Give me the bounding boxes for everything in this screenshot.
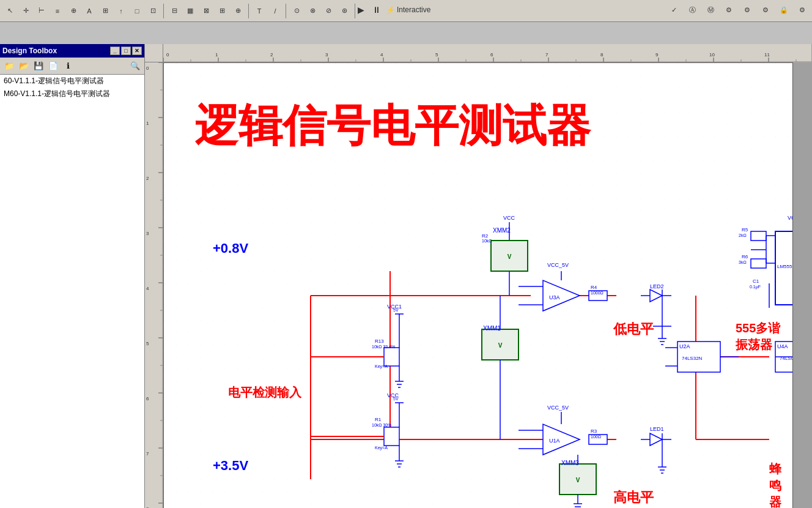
toolbar-misc7[interactable]: ⊛ [337, 4, 352, 18]
svg-text:3: 3 [146, 231, 149, 236]
vcc-5v-u1a: VCC_5V [547, 405, 569, 411]
svg-text:6: 6 [146, 396, 149, 402]
tb-open[interactable]: 📂 [17, 59, 31, 73]
svg-rect-156 [145, 62, 163, 508]
toolbar-move[interactable]: ✛ [18, 4, 33, 18]
tb-saveas[interactable]: 📄 [46, 59, 60, 73]
toolbar-junction[interactable]: ⊕ [66, 4, 81, 18]
vcc-u3a: VCC [503, 215, 515, 221]
pause-button[interactable]: ⏸ [371, 4, 383, 16]
svg-rect-42 [384, 348, 399, 366]
toolbar-misc4[interactable]: ⊞ [215, 4, 229, 18]
xmm1-label: XMM1 [483, 325, 501, 332]
ruler-top-ticks: // tick marks generated below 0 1 2 3 4 … [163, 44, 811, 62]
tb-folder[interactable]: 📁 [2, 59, 16, 73]
r13-val: 10kΩ 33.6% [372, 345, 395, 349]
r4-val: 1000Ω [591, 291, 603, 295]
toolbox-title: Design Toolbox [2, 47, 57, 55]
svg-text:4: 4 [146, 286, 149, 291]
svg-text:2: 2 [270, 52, 273, 58]
keya-r1: Key=A [375, 446, 388, 450]
toolbar-line[interactable]: / [268, 4, 282, 18]
lm555cm-label: LM555CM [777, 264, 793, 269]
settings-b-icon[interactable]: ⚙ [740, 2, 755, 17]
check-circle-icon[interactable]: ✓ [666, 2, 681, 17]
74ls08n-label: 74LS08N [780, 356, 793, 361]
svg-text:2: 2 [146, 176, 149, 181]
gear-icon[interactable]: ⚙ [795, 2, 810, 17]
svg-text:5: 5 [146, 341, 149, 346]
play-button[interactable]: ▶ [355, 4, 367, 16]
toolbox-item-1[interactable]: M60-V1.1.1-逻辑信号电平测试器 [0, 88, 144, 100]
toolbar-netflag[interactable]: ⊞ [98, 4, 113, 18]
5v-r1: 5V [393, 397, 399, 401]
svg-rect-43 [384, 427, 399, 446]
toolbar-comp[interactable]: □ [130, 4, 144, 18]
r5-val: 2kΩ [739, 233, 747, 237]
close-button[interactable]: ✕ [132, 47, 142, 55]
restore-button[interactable]: □ [121, 47, 131, 55]
u1a-label: U1A [549, 438, 560, 444]
svg-rect-46 [751, 231, 766, 241]
r2-val: 10kΩ [482, 239, 492, 243]
svg-text:11: 11 [764, 52, 770, 58]
toolbar-power[interactable]: ↑ [114, 4, 128, 18]
interactive-label: Interactive [397, 6, 430, 14]
toolbox-title-bar: Design Toolbox _ □ ✕ [0, 44, 144, 58]
svg-text:1: 1 [146, 121, 149, 126]
check-a-icon[interactable]: Ⓐ [685, 2, 699, 17]
toolbar-hier[interactable]: ⊡ [146, 4, 160, 18]
toolbar-label[interactable]: A [82, 4, 97, 18]
toolbar-select[interactable]: ↖ [2, 4, 17, 18]
tb-save[interactable]: 💾 [32, 59, 45, 73]
toolbox-list: 60-V1.1.1-逻辑信号电平测试器 M60-V1.1.1-逻辑信号电平测试器 [0, 75, 144, 508]
toolbar-misc3[interactable]: ⊠ [199, 4, 213, 18]
u2a-label: U2A [679, 343, 690, 349]
vcc-5v-u3a: VCC_5V [547, 262, 569, 268]
toolbar-misc2[interactable]: ▦ [183, 4, 197, 18]
r3-val: 100Ω [591, 435, 601, 439]
sep2 [248, 4, 249, 18]
toolbar-misc5[interactable]: ⊕ [231, 4, 245, 18]
settings-a-icon[interactable]: ⚙ [722, 2, 736, 17]
settings-c-icon[interactable]: ⚙ [758, 2, 773, 17]
svg-text:8: 8 [600, 52, 603, 58]
led2-label: LED2 [650, 283, 664, 289]
schematic-canvas[interactable]: V V V [163, 62, 793, 508]
74ls32n-label: 74LS32N [682, 356, 702, 361]
svg-text:3: 3 [325, 52, 328, 58]
toolbar-zoom2[interactable]: ⊗ [305, 4, 320, 18]
ruler-left-ticks: 0 1 2 3 4 5 6 7 8 [145, 62, 163, 508]
svg-rect-47 [751, 259, 766, 268]
svg-text:7: 7 [545, 52, 548, 58]
low-level-label: 低电平 [613, 320, 654, 338]
toolbar-bus[interactable]: ≡ [50, 4, 65, 18]
voltage-low-label: +3.5V [213, 458, 248, 474]
c1-label: C1 [753, 278, 759, 284]
lock-icon[interactable]: 🔒 [777, 2, 791, 17]
toolbox-item-0[interactable]: 60-V1.1.1-逻辑信号电平测试器 [0, 75, 144, 88]
left-panel: Design Toolbox _ □ ✕ 📁 📂 💾 📄 ℹ 🔍 60-V1.1… [0, 44, 145, 508]
tb-search[interactable]: 🔍 [128, 59, 142, 73]
tb-info[interactable]: ℹ [61, 59, 75, 73]
r1-label: R1 [375, 417, 381, 422]
check-m-icon[interactable]: Ⓜ [703, 2, 718, 17]
schematic-title: 逻辑信号电平测试器 [194, 97, 591, 155]
r4-label: R4 [591, 285, 597, 290]
r3-label: R3 [591, 428, 597, 434]
xmm2-label: XMM2 [493, 227, 511, 234]
r6-label: R6 [742, 254, 748, 260]
input-detect-label: 电平检测输入 [228, 384, 301, 401]
r6-val: 3kΩ [739, 260, 747, 264]
minimize-button[interactable]: _ [110, 47, 120, 55]
svg-text:7: 7 [146, 451, 149, 457]
top-toolbar: ↖ ✛ ⊢ ≡ ⊕ A ⊞ ↑ □ ⊡ ⊟ ▦ ⊠ ⊞ ⊕ T / ⊙ ⊗ ⊘ … [0, 0, 812, 22]
canvas-area[interactable]: V V V [145, 44, 812, 508]
toolbar-text[interactable]: T [252, 4, 267, 18]
svg-text:0: 0 [146, 65, 149, 71]
toolbar-misc6[interactable]: ⊘ [321, 4, 336, 18]
svg-text:5: 5 [435, 52, 438, 58]
toolbar-zoom1[interactable]: ⊙ [289, 4, 304, 18]
toolbar-wire[interactable]: ⊢ [34, 4, 49, 18]
toolbar-misc1[interactable]: ⊟ [167, 4, 182, 18]
